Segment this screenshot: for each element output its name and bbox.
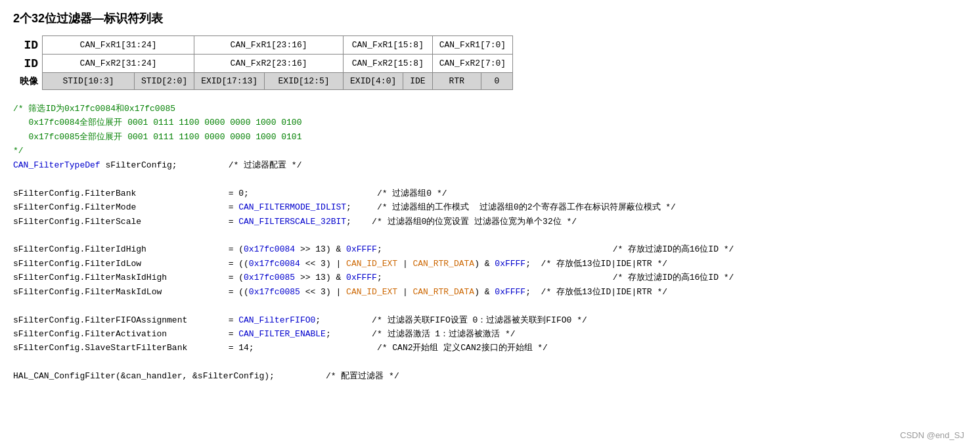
- row3-cell-ide: IDE: [403, 73, 432, 90]
- comment-line-4: */: [13, 144, 967, 158]
- filteractivation-line: sFilterConfig.FilterActivation = CAN_FIL…: [13, 327, 967, 341]
- row2-cell-4: CAN_FxR2[7:0]: [432, 55, 512, 73]
- filtermaskidlow-line: sFilterConfig.FilterMaskIdLow = ((0x17fc…: [13, 285, 967, 299]
- title-bold: 32位过滤器: [32, 12, 92, 25]
- page-title: 2个32位过滤器—标识符列表: [13, 11, 967, 26]
- slavestartfilterbank-line: sFilterConfig.SlaveStartFilterBank = 14;…: [13, 341, 967, 355]
- blank-line-4: [13, 355, 967, 369]
- watermark: CSDN @end_SJ: [900, 430, 964, 440]
- filteridhigh-line: sFilterConfig.FilterIdHigh = (0x17fc0084…: [13, 242, 967, 256]
- configfilter-line: HAL_CAN_ConfigFilter(&can_handler, &sFil…: [13, 369, 967, 383]
- filter-table: ID CAN_FxR1[31:24] CAN_FxR1[23:16] CAN_F…: [13, 35, 513, 90]
- row3-label: 映像: [13, 73, 43, 90]
- typedef-line: CAN_FilterTypeDef sFilterConfig; /* 过滤器配…: [13, 158, 967, 172]
- code-section: /* 筛选ID为0x17fc0084和0x17fc0085 0x17fc0084…: [13, 102, 967, 384]
- filterbank-line: sFilterConfig.FilterBank = 0; /* 过滤器组0 *…: [13, 187, 967, 200]
- row3-cell-stid-low: STID[2:0]: [135, 73, 194, 90]
- row1-cell-1: CAN_FxR1[31:24]: [43, 36, 194, 55]
- filtermaskidhigh-line: sFilterConfig.FilterMaskIdHigh = (0x17fc…: [13, 271, 967, 284]
- table-row-1: ID CAN_FxR1[31:24] CAN_FxR1[23:16] CAN_F…: [13, 36, 513, 55]
- comment-line-2: 0x17fc0084全部位展开 0001 0111 1100 0000 0000…: [13, 116, 967, 129]
- row1-cell-2: CAN_FxR1[23:16]: [194, 36, 344, 55]
- table-row-2: ID CAN_FxR2[31:24] CAN_FxR2[23:16] CAN_F…: [13, 55, 513, 73]
- row1-cell-4: CAN_FxR1[7:0]: [432, 36, 512, 55]
- filter-table-wrapper: ID CAN_FxR1[31:24] CAN_FxR1[23:16] CAN_F…: [13, 35, 967, 90]
- row3-cell-exid-mid: EXID[12:5]: [265, 73, 344, 90]
- comment-line-3: 0x17fc0085全部位展开 0001 0111 1100 0000 0000…: [13, 130, 967, 144]
- row3-cell-0: 0: [481, 73, 512, 90]
- row3-cell-exid-high: EXID[17:13]: [194, 73, 265, 90]
- row2-cell-3: CAN_FxR2[15:8]: [344, 55, 433, 73]
- blank-line-3: [13, 299, 967, 313]
- table-row-3: 映像 STID[10:3] STID[2:0] EXID[17:13] EXID…: [13, 73, 513, 90]
- row2-label: ID: [13, 55, 43, 73]
- title-suffix: —标识符列表: [92, 12, 163, 25]
- row1-cell-3: CAN_FxR1[15:8]: [344, 36, 433, 55]
- filterfifo-line: sFilterConfig.FilterFIFOAssignment = CAN…: [13, 313, 967, 327]
- title-prefix: 2个: [13, 12, 32, 25]
- row3-cell-exid-low: EXID[4:0]: [344, 73, 403, 90]
- blank-line-2: [13, 229, 967, 242]
- blank-line-1: [13, 172, 967, 186]
- row1-label: ID: [13, 36, 43, 55]
- row3-cell-rtr: RTR: [432, 73, 481, 90]
- filteridlow-line: sFilterConfig.FilterIdLow = ((0x17fc0084…: [13, 257, 967, 271]
- comment-line-1: /* 筛选ID为0x17fc0084和0x17fc0085: [13, 102, 967, 116]
- row2-cell-1: CAN_FxR2[31:24]: [43, 55, 194, 73]
- filterscale-line: sFilterConfig.FilterScale = CAN_FILTERSC…: [13, 215, 967, 229]
- row2-cell-2: CAN_FxR2[23:16]: [194, 55, 344, 73]
- row3-cell-stid-high: STID[10:3]: [43, 73, 135, 90]
- filtermode-line: sFilterConfig.FilterMode = CAN_FILTERMOD…: [13, 200, 967, 214]
